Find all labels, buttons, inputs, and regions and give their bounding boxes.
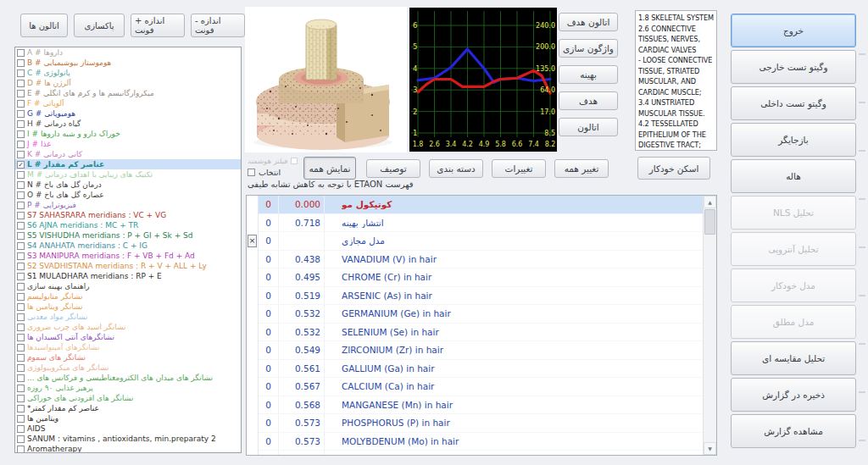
- sidebar-item[interactable]: P # فیزیوتراپی: [15, 200, 241, 210]
- sidebar-item[interactable]: J # غذا: [15, 139, 241, 149]
- sidebar-item[interactable]: N # درمان گل های باخ: [15, 180, 241, 190]
- sidebar-item[interactable]: B # هوموستاز بیوشیمیایی: [15, 58, 241, 68]
- list-toolbar-button-0[interactable]: نمایش همه: [303, 157, 356, 180]
- list-toolbar-button-1[interactable]: توصیف: [366, 159, 420, 178]
- item-checkbox[interactable]: [17, 212, 25, 219]
- sidebar-item[interactable]: S6 AJNA meridians : MC + TR: [15, 220, 241, 230]
- sidebar-item[interactable]: F # آلوپاتی: [15, 98, 241, 108]
- table-row[interactable]: 00.532GERMANIUM (Ge) in hair: [259, 305, 703, 324]
- table-scrollbar[interactable]: ▲ ▼: [703, 196, 716, 455]
- toolbar-button-1[interactable]: پاکسازی: [74, 14, 125, 37]
- sidebar-item[interactable]: SANUM : vitamins , antioxidants, min.pre…: [15, 434, 241, 444]
- sidebar-item[interactable]: D # آلرژن ها: [15, 78, 241, 88]
- sidebar-item[interactable]: *عناصر کم مقدار کمتر: [15, 403, 241, 413]
- item-checkbox[interactable]: [17, 425, 25, 433]
- sidebar-item[interactable]: راهنمای بهینه سازی: [15, 281, 241, 291]
- item-checkbox[interactable]: [17, 181, 25, 189]
- table-row[interactable]: 00.573PHOSPHORUS (P) in hair: [259, 414, 703, 433]
- item-checkbox[interactable]: [17, 222, 25, 230]
- item-checkbox[interactable]: [17, 151, 25, 158]
- toolbar-button-3[interactable]: - اندازه فونت: [191, 14, 245, 37]
- sidebar-item[interactable]: E # میکروارگانیسم ها و کرم های انگلی: [15, 88, 241, 98]
- item-checkbox[interactable]: [17, 242, 25, 250]
- sidebar-item[interactable]: S4 ANAHATA meridians : C + IG: [15, 241, 241, 251]
- item-checkbox[interactable]: [17, 334, 25, 341]
- sidebar-item[interactable]: S3 MANIPURA meridians : F + VB + Fd + Ad: [15, 251, 241, 261]
- item-checkbox[interactable]: [17, 405, 25, 412]
- table-row[interactable]: 00.000کوتیکول مو: [259, 196, 703, 214]
- list-toolbar-button-3[interactable]: تغییرات: [492, 159, 546, 178]
- sidebar-item[interactable]: G # هومیوپاتی: [15, 108, 241, 119]
- item-checkbox[interactable]: [17, 263, 25, 270]
- sidebar-item[interactable]: ... نشانگر های میدان های الکترومغناطیسی …: [15, 373, 241, 383]
- table-row[interactable]: 00.519ARSENIC (As) in hair: [259, 287, 703, 306]
- sidebar-item[interactable]: K # کانی درمانی: [15, 149, 241, 159]
- list-toolbar-button-4[interactable]: تغییر همه: [554, 159, 609, 178]
- scroll-down-icon[interactable]: ▼: [704, 442, 716, 455]
- chart-button-2[interactable]: بهینه: [559, 65, 618, 84]
- sidebar-item[interactable]: M # تکنیک های زیبایی با اهداف درمانی: [15, 169, 241, 180]
- list-toolbar-button-5[interactable]: اسکن خودکار: [637, 157, 710, 180]
- list-toolbar-button-2[interactable]: دسته بندی: [429, 159, 483, 178]
- table-row[interactable]: 00.568MANGANESE (Mn) in hair: [259, 396, 703, 415]
- select-option[interactable]: انتخاب: [248, 168, 281, 177]
- item-checkbox[interactable]: [17, 303, 25, 311]
- item-checkbox[interactable]: [17, 324, 25, 331]
- item-checkbox[interactable]: [17, 90, 25, 97]
- action-button-0[interactable]: خروج: [731, 14, 856, 47]
- chart-button-4[interactable]: اتالون: [559, 118, 618, 136]
- item-checkbox[interactable]: [17, 171, 25, 179]
- table-row[interactable]: 00.495CHROME (Cr) in hair: [259, 268, 703, 287]
- item-checkbox[interactable]: [17, 49, 25, 57]
- item-checkbox[interactable]: [17, 252, 25, 260]
- item-checkbox[interactable]: [17, 130, 25, 138]
- table-row[interactable]: 00.561GALLIUM (Ga) in hair: [259, 360, 703, 379]
- table-row[interactable]: 0مدل مجازی: [259, 232, 703, 251]
- item-checkbox[interactable]: [17, 354, 25, 362]
- item-checkbox[interactable]: [17, 273, 25, 280]
- action-button-11[interactable]: مشاهده گزارش: [731, 414, 856, 448]
- sidebar-item[interactable]: نشانگر اسید های چرب ضروری: [15, 322, 241, 332]
- item-checkbox[interactable]: [17, 293, 25, 301]
- item-checkbox[interactable]: [17, 374, 25, 382]
- table-row[interactable]: 00.718انتشار بهینه: [259, 214, 703, 233]
- item-checkbox[interactable]: [17, 202, 25, 209]
- item-checkbox[interactable]: [17, 364, 25, 372]
- sidebar-item[interactable]: ✓L # عناصر کم مقدار: [15, 159, 241, 169]
- sidebar-item[interactable]: S5 VISHUDHA meridians : P + GI + Sk + Sd: [15, 230, 241, 241]
- item-checkbox[interactable]: [17, 415, 25, 423]
- sidebar-item[interactable]: O # عصاره گل های باخ: [15, 190, 241, 200]
- sidebar-item[interactable]: نشانگر های میکروبیولوژی: [15, 363, 241, 373]
- item-checkbox[interactable]: [17, 385, 25, 392]
- item-checkbox[interactable]: [17, 110, 25, 118]
- chart-button-3[interactable]: هدف: [559, 91, 618, 110]
- action-button-3[interactable]: بازجایگر: [731, 123, 856, 157]
- item-checkbox[interactable]: [17, 100, 25, 108]
- table-row[interactable]: 00.573MOLYBDENUM (Mo) in hair: [259, 433, 703, 451]
- chart-button-1[interactable]: واژگون سازی: [559, 39, 618, 58]
- action-button-4[interactable]: هاله: [731, 159, 856, 193]
- sidebar-item[interactable]: نشانگر ویتامین ها: [15, 302, 241, 312]
- item-checkbox[interactable]: [17, 69, 25, 77]
- toolbar-button-0[interactable]: اتالون ها: [20, 14, 68, 37]
- action-button-10[interactable]: ذخیره در گزارش: [731, 378, 856, 412]
- item-checkbox[interactable]: [17, 80, 25, 87]
- sidebar-item[interactable]: S2 SVADHISTANA meridians : R + V + ALL +…: [15, 261, 241, 271]
- action-button-1[interactable]: وگیتو تست خارجی: [731, 50, 856, 84]
- sidebar-item[interactable]: AIDS: [15, 423, 241, 434]
- sidebar-item[interactable]: Aromatherapy: [15, 444, 241, 453]
- scroll-up-icon[interactable]: ▲: [704, 196, 716, 208]
- sidebar-item[interactable]: S1 MULADHARA meridians : RP + E: [15, 271, 241, 281]
- item-checkbox[interactable]: [17, 435, 25, 443]
- sidebar-item[interactable]: H # گیاه درمانی: [15, 119, 241, 129]
- scrollbar-thumb[interactable]: [704, 209, 715, 235]
- item-checkbox[interactable]: [17, 191, 25, 199]
- sidebar-item[interactable]: A # داروها: [15, 47, 241, 58]
- sidebar-item[interactable]: I # خوراک دارو و شبه داروها: [15, 129, 241, 139]
- chart-button-0[interactable]: اتالون هدف: [559, 13, 618, 31]
- table-row[interactable]: 00.532SELENIUM (Se) in hair: [259, 324, 703, 342]
- item-checkbox[interactable]: [17, 120, 25, 128]
- item-checkbox[interactable]: [17, 283, 25, 291]
- table-row[interactable]: 00.438VANADIUM (V) in hair: [259, 251, 703, 269]
- item-checkbox[interactable]: [17, 446, 25, 453]
